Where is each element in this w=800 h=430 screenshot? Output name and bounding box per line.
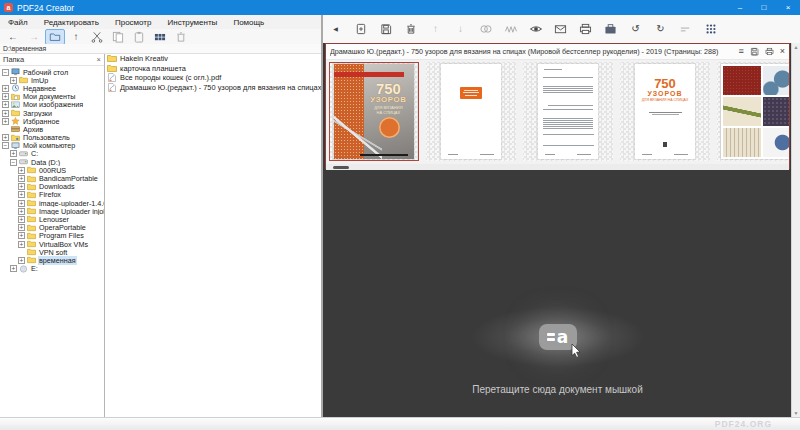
menu-item-edit[interactable]: Редактировать xyxy=(36,18,107,27)
doc-close-icon[interactable]: × xyxy=(780,47,785,56)
tree-close-icon[interactable]: × xyxy=(97,55,101,64)
tree-toggle[interactable]: + xyxy=(10,265,17,272)
back-button[interactable]: ← xyxy=(3,29,23,45)
view-grid-button[interactable] xyxy=(150,29,170,45)
tree-item[interactable]: +Program Files xyxy=(0,232,104,240)
tree-item[interactable]: +Downloads xyxy=(0,183,104,191)
scroll-down-icon[interactable]: ▼ xyxy=(794,410,799,416)
move-page-up-button[interactable]: ↑ xyxy=(427,21,444,37)
copy-button[interactable] xyxy=(108,29,128,45)
page-thumbnail-2[interactable] xyxy=(426,62,516,161)
tree-item[interactable]: +Мои изображения xyxy=(0,101,104,109)
tree-toggle[interactable]: + xyxy=(2,93,9,100)
tree-toggle[interactable]: + xyxy=(18,257,25,264)
tree-item[interactable]: +E: xyxy=(0,265,104,273)
tree-item[interactable]: +Избранное xyxy=(0,117,104,125)
tree-item[interactable]: +Firefox xyxy=(0,191,104,199)
tree-item[interactable]: +Недавнее xyxy=(0,84,104,92)
tree-toggle[interactable]: + xyxy=(18,191,25,198)
folder-icon xyxy=(27,166,36,174)
tree-item[interactable]: −Data (D:) xyxy=(0,158,104,166)
tree-item[interactable]: +000RUS xyxy=(0,166,104,174)
protect-button[interactable] xyxy=(602,21,619,37)
menu-item-view[interactable]: Просмотр xyxy=(107,18,160,27)
tree-toggle[interactable]: + xyxy=(18,241,25,248)
tree-toggle[interactable]: + xyxy=(2,85,9,92)
file-list-item[interactable]: Все породы кошек (с огл.).pdf xyxy=(105,73,321,83)
tree-item[interactable]: +BandicamPortable xyxy=(0,174,104,182)
file-list-item[interactable]: Драмашко Ю.(редакт.) - 750 узоров для вя… xyxy=(105,83,321,93)
page-thumbnail-1[interactable]: 750УЗОРОВ ДЛЯ ВЯЗАНИЯНА СПИЦАХ xyxy=(329,62,419,161)
print-button[interactable] xyxy=(577,21,594,37)
new-document-button[interactable] xyxy=(352,21,369,37)
scroll-up-icon[interactable]: ▲ xyxy=(794,44,799,50)
tree-item[interactable]: +OperaPortable xyxy=(0,224,104,232)
preview-scrollbar[interactable]: ▲ ▼ xyxy=(791,43,800,417)
doc-menu-icon[interactable]: ≡ xyxy=(738,47,743,56)
file-list-item[interactable]: Hakeln Kreativ xyxy=(105,54,321,64)
tree-item[interactable]: Архив xyxy=(0,125,104,133)
compress-button[interactable] xyxy=(502,21,519,37)
open-folder-button[interactable] xyxy=(45,29,65,45)
email-button[interactable] xyxy=(552,21,569,37)
rotate-left-button[interactable]: ↺ xyxy=(627,21,644,37)
tree-toggle[interactable]: + xyxy=(10,150,17,157)
forward-button[interactable]: → xyxy=(24,29,44,45)
tree-toggle[interactable]: − xyxy=(2,142,9,149)
interleave-button[interactable] xyxy=(477,21,494,37)
tree-item[interactable]: +ImUp xyxy=(0,76,104,84)
tree-toggle[interactable]: + xyxy=(18,200,25,207)
menu-item-file[interactable]: Файл xyxy=(0,18,36,27)
tree-toggle[interactable]: − xyxy=(10,159,17,166)
tree-item[interactable]: VPN soft xyxy=(0,248,104,256)
sort-button[interactable] xyxy=(677,21,694,37)
tree-item[interactable]: −Рабочий стол xyxy=(0,68,104,76)
minimize-button[interactable]: – xyxy=(728,0,752,15)
tree-toggle[interactable]: + xyxy=(18,183,25,190)
page-grid-button[interactable] xyxy=(702,21,719,37)
preview-button[interactable] xyxy=(527,21,544,37)
tree-toggle[interactable]: − xyxy=(2,69,9,76)
maximize-button[interactable]: □ xyxy=(752,0,776,15)
delete-page-button[interactable] xyxy=(402,21,419,37)
tree-item[interactable]: +VirtualBox VMs xyxy=(0,240,104,248)
tree-toggle[interactable]: + xyxy=(18,224,25,231)
tree-toggle[interactable]: + xyxy=(18,175,25,182)
tree-item[interactable]: +Image Uploader injob xyxy=(0,207,104,215)
paste-button[interactable] xyxy=(129,29,149,45)
tree-toggle[interactable]: + xyxy=(2,134,9,141)
doc-save-icon[interactable] xyxy=(750,47,759,56)
tree-toggle[interactable]: + xyxy=(18,167,25,174)
up-level-button[interactable]: ↑ xyxy=(66,29,86,45)
tree-toggle[interactable]: + xyxy=(2,118,9,125)
cut-button[interactable] xyxy=(87,29,107,45)
drop-zone[interactable]: a Перетащите сюда документ мышкой xyxy=(325,168,790,417)
close-button[interactable]: × xyxy=(776,0,800,15)
tree-toggle[interactable]: + xyxy=(18,208,25,215)
tree-toggle[interactable]: + xyxy=(10,77,17,84)
tree-item[interactable]: +image-uploader-1.4.0 xyxy=(0,199,104,207)
tree-item[interactable]: +Мои документы xyxy=(0,93,104,101)
rotate-right-button[interactable]: ↻ xyxy=(652,21,669,37)
file-list-item[interactable]: карточка планшета xyxy=(105,64,321,74)
page-thumbnail-5[interactable] xyxy=(717,62,789,161)
menu-item-tools[interactable]: Инструменты xyxy=(159,18,225,27)
tree-toggle[interactable]: + xyxy=(18,232,25,239)
menu-item-help[interactable]: Помощь xyxy=(225,18,272,27)
page-thumbnail-4[interactable]: 750УЗОРОВ ДЛЯ ВЯЗАНИЯ НА СПИЦАХ xyxy=(620,62,710,161)
page-thumbnail-3[interactable] xyxy=(523,62,613,161)
tree-toggle[interactable]: + xyxy=(2,101,9,108)
tree-item[interactable]: +Пользователь xyxy=(0,134,104,142)
save-document-button[interactable] xyxy=(377,21,394,37)
tree-item[interactable]: +временная xyxy=(0,256,104,264)
collapse-panel-button[interactable]: ◀ xyxy=(327,21,344,37)
delete-button[interactable] xyxy=(171,29,191,45)
tree-item[interactable]: +Загрузки xyxy=(0,109,104,117)
tree-item[interactable]: −Мой компьютер xyxy=(0,142,104,150)
tree-toggle[interactable]: + xyxy=(2,110,9,117)
doc-print-icon[interactable] xyxy=(765,47,774,56)
tree-item[interactable]: +C: xyxy=(0,150,104,158)
move-page-down-button[interactable]: ↓ xyxy=(452,21,469,37)
tree-item[interactable]: +Lenouser xyxy=(0,215,104,223)
tree-toggle[interactable]: + xyxy=(18,216,25,223)
